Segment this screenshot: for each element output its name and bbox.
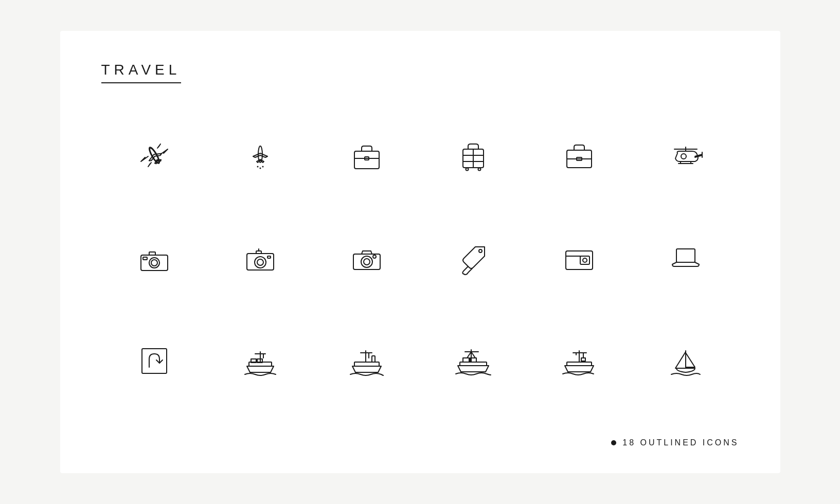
- footer-label: 18 OUTLINED ICONS: [622, 438, 739, 447]
- svg-point-14: [478, 168, 480, 170]
- icon-airplane-takeoff: [207, 104, 314, 207]
- svg-point-40: [479, 249, 482, 253]
- icon-suitcase: [526, 104, 633, 207]
- icon-cargo-ship3: [420, 310, 527, 412]
- icon-camera2: [207, 207, 314, 310]
- icon-cargo-ship4: [526, 310, 633, 412]
- page-title: TRAVEL: [101, 62, 739, 78]
- footer: 18 OUTLINED ICONS: [611, 438, 739, 447]
- svg-point-4: [260, 167, 261, 169]
- svg-point-28: [151, 260, 157, 266]
- svg-point-38: [364, 259, 370, 265]
- svg-rect-46: [142, 349, 167, 373]
- title-underline: [101, 82, 181, 83]
- svg-rect-69: [581, 358, 585, 361]
- icon-camera1: [101, 207, 208, 310]
- title-section: TRAVEL: [101, 62, 739, 83]
- svg-point-3: [257, 166, 259, 167]
- main-card: TRAVEL: [60, 31, 780, 473]
- icon-laptop: [633, 207, 739, 310]
- svg-point-43: [583, 258, 587, 262]
- svg-rect-41: [566, 251, 593, 269]
- svg-point-34: [257, 259, 263, 265]
- svg-point-39: [373, 255, 376, 258]
- icon-airplane: [101, 104, 208, 207]
- svg-rect-42: [580, 256, 589, 264]
- icon-u-turn: [101, 310, 208, 412]
- svg-point-13: [466, 168, 468, 170]
- svg-line-61: [467, 352, 471, 358]
- svg-rect-35: [267, 256, 271, 258]
- icon-sailboat: [633, 310, 739, 412]
- icon-luggage: [420, 104, 527, 207]
- icon-cargo-ship2: [314, 310, 420, 412]
- icon-wallet: [526, 207, 633, 310]
- svg-rect-29: [143, 257, 147, 260]
- svg-rect-70: [567, 362, 592, 366]
- footer-dot: [611, 440, 616, 445]
- svg-point-5: [262, 166, 264, 167]
- svg-rect-45: [676, 249, 695, 262]
- svg-point-24: [681, 154, 686, 159]
- icons-grid: [101, 104, 739, 412]
- svg-rect-56: [372, 356, 375, 362]
- svg-rect-64: [460, 362, 487, 366]
- icon-cargo-ship1: [207, 310, 314, 412]
- svg-point-37: [361, 256, 372, 267]
- icon-camera3: [314, 207, 420, 310]
- icon-helicopter: [633, 104, 739, 207]
- icon-price-tag: [420, 207, 527, 310]
- svg-line-60: [471, 352, 475, 358]
- svg-point-33: [255, 257, 266, 268]
- svg-rect-62: [463, 358, 469, 362]
- icon-briefcase: [314, 104, 420, 207]
- svg-rect-57: [354, 362, 379, 366]
